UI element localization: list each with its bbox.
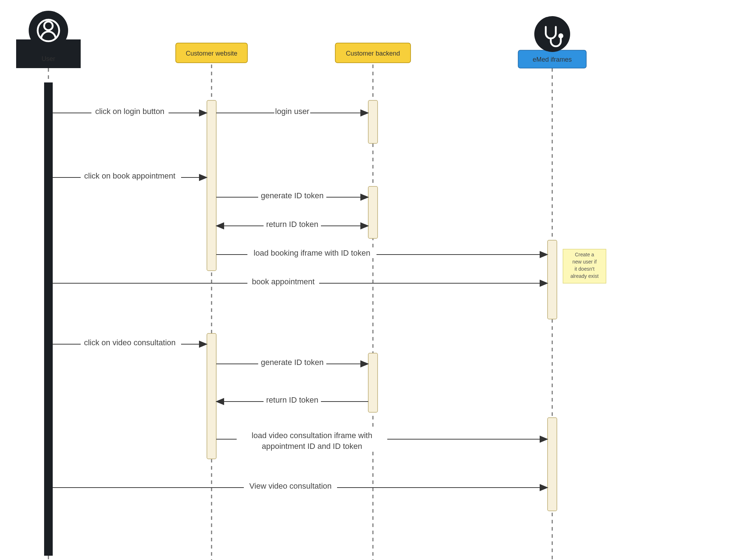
message-click-login: click on login button (53, 106, 207, 117)
message-label: book appointment (252, 277, 315, 286)
activation-website-1 (207, 100, 216, 271)
message-label: click on login button (95, 107, 164, 116)
message-label: login user (275, 107, 309, 116)
message-load-booking-iframe: load booking iframe with ID token (216, 247, 548, 258)
activation-backend-2 (368, 186, 378, 238)
message-generate-token-2: generate ID token (216, 357, 368, 367)
participant-emed: eMed iframes (518, 16, 586, 560)
activation-website-2 (207, 333, 216, 459)
message-label: click on book appointment (84, 171, 175, 180)
activation-emed-1 (548, 240, 557, 319)
message-label: click on video consultation (84, 338, 176, 347)
message-label: generate ID token (261, 191, 324, 200)
participant-backend-label: Customer backend (346, 50, 400, 57)
message-label: return ID token (266, 395, 318, 404)
svg-point-12 (534, 16, 570, 52)
note-line: already exist (571, 273, 599, 279)
message-label: View video consultation (249, 481, 332, 490)
message-label: generate ID token (261, 358, 324, 367)
message-click-video-consultation: click on video consultation (53, 337, 207, 348)
message-label: load booking iframe with ID token (254, 248, 370, 257)
message-label: return ID token (266, 220, 318, 229)
participant-website-label: Customer website (186, 50, 237, 57)
message-view-video-consultation: View video consultation (53, 480, 548, 491)
participant-customer-backend: Customer backend (335, 43, 411, 560)
message-click-book-appointment: click on book appointment (53, 170, 207, 181)
svg-point-13 (558, 33, 563, 38)
note-line: it doesn't (574, 266, 595, 272)
message-return-token-2: return ID token (216, 394, 368, 405)
participant-customer-website: Customer website (176, 43, 247, 560)
activation-emed-2 (548, 418, 557, 511)
note-create-user: Create a new user if it doesn't already … (563, 249, 606, 283)
participant-emed-label: eMed iframes (532, 56, 572, 63)
message-return-token-1: return ID token (216, 219, 368, 229)
participant-user-label: User (42, 55, 55, 62)
note-line: Create a (575, 252, 594, 257)
note-line: new user if (572, 259, 597, 265)
message-generate-token-1: generate ID token (216, 190, 368, 201)
message-book-appointment: book appointment (53, 276, 548, 287)
svg-rect-5 (44, 82, 53, 556)
activation-backend-1 (368, 100, 378, 143)
message-label-line1: load video consultation iframe with (252, 431, 372, 440)
activation-backend-3 (368, 353, 378, 412)
sequence-diagram: User Customer website Customer backend e… (0, 0, 748, 560)
message-load-video-iframe: load video consultation iframe with appo… (216, 430, 548, 452)
message-label-line2: appointment ID and ID token (262, 442, 362, 451)
message-login-user: login user (216, 106, 368, 117)
participant-user: User (16, 11, 81, 560)
